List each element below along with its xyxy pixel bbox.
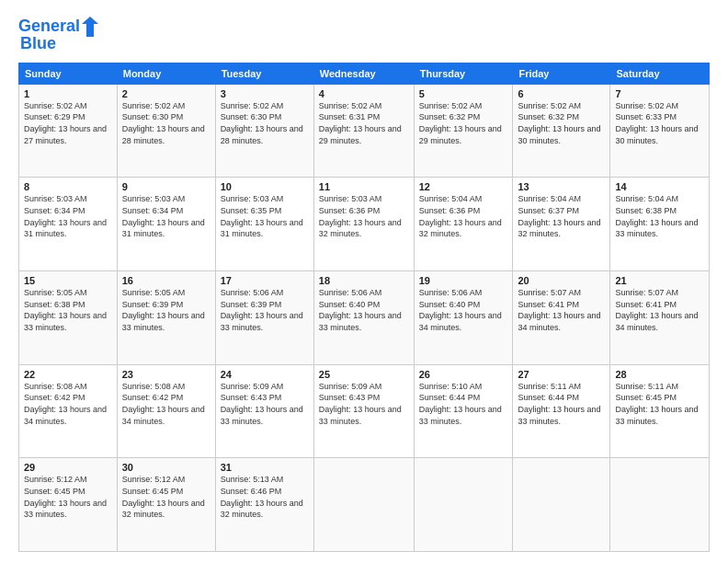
- day-number: 27: [518, 369, 605, 380]
- day-detail: Sunrise: 5:04 AM Sunset: 6:37 PM Dayligh…: [518, 193, 605, 239]
- calendar-cell: 24 Sunrise: 5:09 AM Sunset: 6:43 PM Dayl…: [215, 364, 313, 458]
- day-number: 11: [319, 181, 409, 192]
- day-detail: Sunrise: 5:03 AM Sunset: 6:35 PM Dayligh…: [221, 193, 309, 239]
- day-number: 28: [615, 369, 704, 380]
- calendar-cell: 15 Sunrise: 5:05 AM Sunset: 6:38 PM Dayl…: [19, 271, 118, 365]
- day-number: 6: [518, 88, 605, 99]
- weekday-header-tuesday: Tuesday: [215, 63, 313, 84]
- day-number: 12: [419, 181, 508, 192]
- weekday-header-saturday: Saturday: [610, 63, 710, 84]
- calendar-cell: [513, 458, 610, 552]
- weekday-header-sunday: Sunday: [19, 63, 118, 84]
- calendar-cell: 11 Sunrise: 5:03 AM Sunset: 6:36 PM Dayl…: [313, 178, 414, 271]
- calendar-cell: 3 Sunrise: 5:02 AM Sunset: 6:30 PM Dayli…: [215, 84, 313, 178]
- calendar-cell: 31 Sunrise: 5:13 AM Sunset: 6:46 PM Dayl…: [215, 458, 313, 552]
- calendar-cell: 14 Sunrise: 5:04 AM Sunset: 6:38 PM Dayl…: [610, 178, 710, 271]
- day-detail: Sunrise: 5:05 AM Sunset: 6:38 PM Dayligh…: [24, 287, 112, 333]
- weekday-header-thursday: Thursday: [414, 63, 513, 84]
- day-number: 9: [122, 181, 210, 192]
- logo-subtext: Blue: [20, 35, 56, 53]
- calendar-week-row: 29 Sunrise: 5:12 AM Sunset: 6:45 PM Dayl…: [19, 458, 710, 552]
- day-detail: Sunrise: 5:11 AM Sunset: 6:44 PM Dayligh…: [518, 381, 605, 427]
- calendar-cell: 25 Sunrise: 5:09 AM Sunset: 6:43 PM Dayl…: [313, 364, 414, 458]
- calendar-cell: 2 Sunrise: 5:02 AM Sunset: 6:30 PM Dayli…: [117, 84, 215, 178]
- day-detail: Sunrise: 5:09 AM Sunset: 6:43 PM Dayligh…: [221, 381, 309, 427]
- day-detail: Sunrise: 5:12 AM Sunset: 6:45 PM Dayligh…: [24, 474, 112, 520]
- calendar-cell: 7 Sunrise: 5:02 AM Sunset: 6:33 PM Dayli…: [610, 84, 710, 178]
- day-detail: Sunrise: 5:02 AM Sunset: 6:31 PM Dayligh…: [319, 100, 409, 146]
- day-number: 3: [221, 88, 309, 99]
- day-number: 7: [615, 88, 704, 99]
- calendar-cell: 8 Sunrise: 5:03 AM Sunset: 6:34 PM Dayli…: [19, 178, 118, 271]
- weekday-header-wednesday: Wednesday: [313, 63, 414, 84]
- calendar-cell: 19 Sunrise: 5:06 AM Sunset: 6:40 PM Dayl…: [414, 271, 513, 365]
- day-detail: Sunrise: 5:02 AM Sunset: 6:29 PM Dayligh…: [24, 100, 112, 146]
- day-number: 30: [122, 462, 210, 473]
- calendar-week-row: 1 Sunrise: 5:02 AM Sunset: 6:29 PM Dayli…: [19, 84, 710, 178]
- day-detail: Sunrise: 5:06 AM Sunset: 6:40 PM Dayligh…: [419, 287, 508, 333]
- weekday-header-row: SundayMondayTuesdayWednesdayThursdayFrid…: [19, 63, 710, 84]
- calendar-cell: 5 Sunrise: 5:02 AM Sunset: 6:32 PM Dayli…: [414, 84, 513, 178]
- page: General Blue SundayMondayTuesdayWednesda…: [0, 0, 728, 563]
- day-number: 23: [122, 369, 210, 380]
- day-number: 20: [518, 275, 605, 286]
- calendar-week-row: 22 Sunrise: 5:08 AM Sunset: 6:42 PM Dayl…: [19, 364, 710, 458]
- day-detail: Sunrise: 5:07 AM Sunset: 6:41 PM Dayligh…: [518, 287, 605, 333]
- calendar-cell: 4 Sunrise: 5:02 AM Sunset: 6:31 PM Dayli…: [313, 84, 414, 178]
- calendar-cell: [414, 458, 513, 552]
- calendar-week-row: 15 Sunrise: 5:05 AM Sunset: 6:38 PM Dayl…: [19, 271, 710, 365]
- day-detail: Sunrise: 5:02 AM Sunset: 6:30 PM Dayligh…: [122, 100, 210, 146]
- calendar-cell: 18 Sunrise: 5:06 AM Sunset: 6:40 PM Dayl…: [313, 271, 414, 365]
- day-detail: Sunrise: 5:11 AM Sunset: 6:45 PM Dayligh…: [615, 381, 704, 427]
- day-detail: Sunrise: 5:03 AM Sunset: 6:36 PM Dayligh…: [319, 193, 409, 239]
- day-detail: Sunrise: 5:05 AM Sunset: 6:39 PM Dayligh…: [122, 287, 210, 333]
- day-detail: Sunrise: 5:02 AM Sunset: 6:32 PM Dayligh…: [518, 100, 605, 146]
- calendar-cell: 27 Sunrise: 5:11 AM Sunset: 6:44 PM Dayl…: [513, 364, 610, 458]
- day-detail: Sunrise: 5:07 AM Sunset: 6:41 PM Dayligh…: [615, 287, 704, 333]
- calendar-cell: 26 Sunrise: 5:10 AM Sunset: 6:44 PM Dayl…: [414, 364, 513, 458]
- weekday-header-monday: Monday: [117, 63, 215, 84]
- day-detail: Sunrise: 5:09 AM Sunset: 6:43 PM Dayligh…: [319, 381, 409, 427]
- day-number: 18: [319, 275, 409, 286]
- header: General Blue: [18, 17, 710, 53]
- day-number: 29: [24, 462, 112, 473]
- calendar-cell: 29 Sunrise: 5:12 AM Sunset: 6:45 PM Dayl…: [19, 458, 118, 552]
- logo-icon: [82, 17, 98, 37]
- calendar-table: SundayMondayTuesdayWednesdayThursdayFrid…: [18, 63, 710, 552]
- day-detail: Sunrise: 5:02 AM Sunset: 6:33 PM Dayligh…: [615, 100, 704, 146]
- calendar-cell: 9 Sunrise: 5:03 AM Sunset: 6:34 PM Dayli…: [117, 178, 215, 271]
- logo: General Blue: [18, 17, 100, 53]
- day-detail: Sunrise: 5:12 AM Sunset: 6:45 PM Dayligh…: [122, 474, 210, 520]
- day-number: 13: [518, 181, 605, 192]
- calendar-cell: [610, 458, 710, 552]
- calendar-cell: 28 Sunrise: 5:11 AM Sunset: 6:45 PM Dayl…: [610, 364, 710, 458]
- day-number: 4: [319, 88, 409, 99]
- svg-marker-0: [82, 17, 98, 37]
- day-number: 17: [221, 275, 309, 286]
- day-number: 14: [615, 181, 704, 192]
- day-number: 25: [319, 369, 409, 380]
- calendar-cell: 1 Sunrise: 5:02 AM Sunset: 6:29 PM Dayli…: [19, 84, 118, 178]
- day-detail: Sunrise: 5:10 AM Sunset: 6:44 PM Dayligh…: [419, 381, 508, 427]
- day-number: 22: [24, 369, 112, 380]
- calendar-cell: 22 Sunrise: 5:08 AM Sunset: 6:42 PM Dayl…: [19, 364, 118, 458]
- calendar-cell: 20 Sunrise: 5:07 AM Sunset: 6:41 PM Dayl…: [513, 271, 610, 365]
- calendar-cell: 6 Sunrise: 5:02 AM Sunset: 6:32 PM Dayli…: [513, 84, 610, 178]
- day-detail: Sunrise: 5:03 AM Sunset: 6:34 PM Dayligh…: [122, 193, 210, 239]
- day-detail: Sunrise: 5:04 AM Sunset: 6:36 PM Dayligh…: [419, 193, 508, 239]
- day-number: 2: [122, 88, 210, 99]
- calendar-cell: 30 Sunrise: 5:12 AM Sunset: 6:45 PM Dayl…: [117, 458, 215, 552]
- calendar-week-row: 8 Sunrise: 5:03 AM Sunset: 6:34 PM Dayli…: [19, 178, 710, 271]
- day-number: 24: [221, 369, 309, 380]
- calendar-cell: 10 Sunrise: 5:03 AM Sunset: 6:35 PM Dayl…: [215, 178, 313, 271]
- day-number: 5: [419, 88, 508, 99]
- day-number: 19: [419, 275, 508, 286]
- day-number: 26: [419, 369, 508, 380]
- calendar-cell: 23 Sunrise: 5:08 AM Sunset: 6:42 PM Dayl…: [117, 364, 215, 458]
- day-detail: Sunrise: 5:03 AM Sunset: 6:34 PM Dayligh…: [24, 193, 112, 239]
- weekday-header-friday: Friday: [513, 63, 610, 84]
- calendar-cell: 21 Sunrise: 5:07 AM Sunset: 6:41 PM Dayl…: [610, 271, 710, 365]
- day-number: 8: [24, 181, 112, 192]
- day-detail: Sunrise: 5:08 AM Sunset: 6:42 PM Dayligh…: [122, 381, 210, 427]
- day-number: 10: [221, 181, 309, 192]
